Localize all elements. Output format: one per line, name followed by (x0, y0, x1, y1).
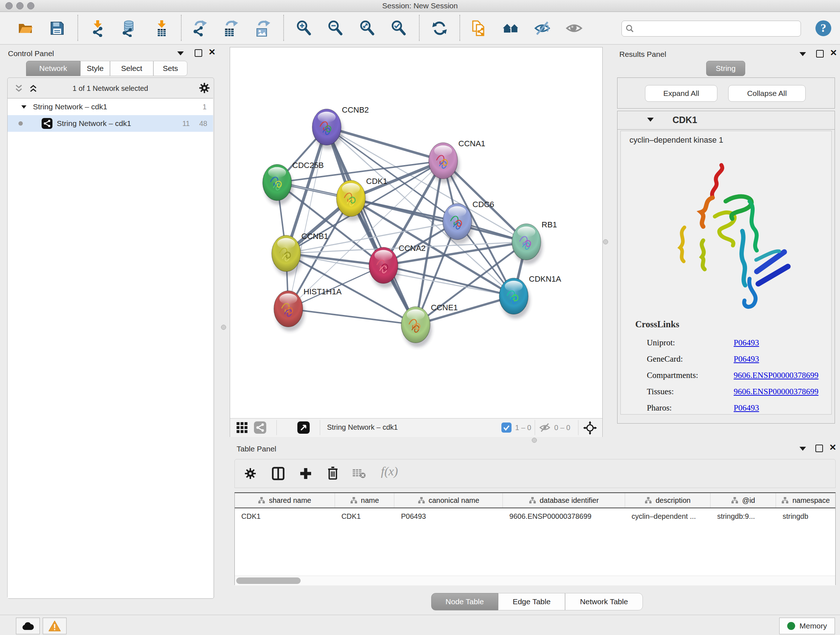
table-cell[interactable]: 9606.ENSP00000378699 (503, 508, 625, 524)
save-session-icon[interactable] (46, 17, 68, 39)
network-row[interactable]: String Network – cdk1 11 48 (8, 115, 213, 132)
new-network-from-selection-icon[interactable] (468, 17, 489, 39)
help-icon[interactable]: ? (813, 17, 834, 39)
table-cell[interactable]: stringdb (776, 508, 835, 524)
tab-edge-table[interactable]: Edge Table (498, 593, 565, 610)
delete-column-icon[interactable] (327, 466, 339, 480)
collapse-all-button[interactable]: Collapse All (728, 85, 806, 102)
export-image-icon[interactable] (252, 17, 273, 39)
delete-table-icon[interactable] (353, 468, 366, 479)
network-edge[interactable] (327, 127, 443, 161)
detach-view-icon[interactable] (297, 421, 309, 434)
splitter-handle[interactable] (532, 438, 537, 443)
import-network-database-icon[interactable] (118, 17, 140, 39)
network-edge[interactable] (416, 296, 514, 325)
import-table-file-icon[interactable] (151, 17, 172, 39)
network-node-CDC6[interactable] (443, 203, 472, 240)
column-header[interactable]: namespace (776, 493, 835, 508)
table-mode-gear-icon[interactable] (244, 467, 256, 480)
apply-layout-icon[interactable] (429, 17, 450, 39)
panel-menu-icon[interactable] (799, 447, 806, 451)
hide-selected-icon[interactable] (531, 17, 553, 39)
selected-checkbox-icon[interactable] (501, 423, 512, 432)
warning-status-button[interactable] (43, 618, 66, 634)
zoom-in-icon[interactable] (293, 17, 315, 39)
table-horizontal-scrollbar[interactable] (235, 576, 835, 585)
network-node-CCNA2[interactable] (369, 247, 398, 283)
float-panel-icon[interactable] (815, 445, 823, 452)
network-node-CCNA1[interactable] (429, 143, 458, 179)
entry-expander-icon[interactable] (647, 118, 654, 122)
crosslink-value-link[interactable]: 9606.ENSP00000378699 (734, 371, 819, 380)
column-header[interactable]: name (335, 493, 395, 508)
float-panel-icon[interactable] (816, 50, 824, 57)
float-panel-icon[interactable] (195, 49, 202, 57)
column-header[interactable]: @id (711, 493, 776, 508)
tab-node-table[interactable]: Node Table (431, 593, 498, 610)
crosslink-value-link[interactable]: P06493 (734, 403, 759, 413)
add-column-icon[interactable] (299, 467, 312, 480)
crosslink-value-link[interactable]: 9606.ENSP00000378699 (734, 387, 819, 396)
network-node-CCNB2[interactable] (312, 109, 341, 145)
network-node-CDK1[interactable] (336, 180, 365, 217)
memory-button[interactable]: Memory (779, 618, 835, 634)
zoom-fit-icon[interactable] (356, 17, 378, 39)
table-cell[interactable]: stringdb:9... (711, 508, 776, 524)
network-node-HIST1H1A[interactable] (274, 291, 303, 327)
network-view-mode-icon[interactable] (254, 421, 266, 434)
search-input[interactable] (637, 24, 797, 33)
crosslink-value-link[interactable]: P06493 (734, 355, 759, 364)
show-columns-icon[interactable] (272, 467, 285, 480)
table-cell[interactable]: cyclin–dependent ... (625, 508, 711, 524)
function-builder-icon[interactable]: f(x) (381, 464, 398, 478)
search-box[interactable] (622, 21, 801, 36)
show-all-icon[interactable] (563, 17, 585, 39)
birdseye-navigator-icon[interactable] (583, 421, 597, 435)
tab-string[interactable]: String (706, 61, 745, 76)
column-header[interactable]: description (625, 493, 711, 508)
grid-view-icon[interactable] (237, 422, 248, 433)
network-node-CDKN1A[interactable] (499, 278, 528, 314)
network-collection-row[interactable]: String Network – cdk1 1 (8, 98, 213, 115)
close-panel-icon[interactable]: ✕ (208, 49, 216, 56)
network-edge[interactable] (351, 198, 526, 242)
close-panel-icon[interactable]: ✕ (830, 49, 837, 57)
zoom-selected-icon[interactable] (388, 17, 409, 39)
expand-all-button[interactable]: Expand All (645, 85, 717, 102)
panel-menu-icon[interactable] (799, 52, 806, 56)
cloud-status-button[interactable] (16, 618, 40, 634)
scrollbar-thumb[interactable] (236, 578, 301, 584)
first-neighbors-icon[interactable] (500, 17, 522, 39)
network-node-CCNB1[interactable] (272, 235, 301, 272)
table-cell[interactable]: P06493 (394, 508, 503, 524)
network-edge[interactable] (288, 127, 327, 309)
network-edge[interactable] (288, 309, 416, 325)
network-node-CDC25B[interactable] (263, 165, 292, 201)
export-network-icon[interactable] (188, 17, 210, 39)
tab-network[interactable]: Network (26, 61, 80, 76)
export-table-icon[interactable] (219, 17, 241, 39)
open-session-icon[interactable] (14, 17, 36, 39)
network-node-CCNE1[interactable] (401, 307, 430, 343)
tree-expander-icon[interactable] (21, 105, 27, 109)
result-entry-header[interactable]: CDK1 (617, 111, 835, 130)
network-canvas[interactable]: CCNB2 CCNA1 CDC25B CDK1 (230, 48, 602, 418)
tab-sets[interactable]: Sets (153, 61, 187, 76)
panel-menu-icon[interactable] (177, 51, 184, 55)
crosslink-value-link[interactable]: P06493 (734, 338, 759, 348)
tab-select[interactable]: Select (110, 61, 153, 76)
column-header[interactable]: shared name (235, 493, 335, 508)
splitter-handle[interactable] (221, 325, 226, 330)
close-panel-icon[interactable]: ✕ (829, 444, 836, 451)
tab-style[interactable]: Style (80, 61, 110, 76)
splitter-handle[interactable] (603, 239, 608, 244)
column-header[interactable]: database identifier (503, 493, 625, 508)
zoom-out-icon[interactable] (325, 17, 346, 39)
column-header[interactable]: canonical name (394, 493, 503, 508)
tab-network-table[interactable]: Network Table (565, 593, 643, 610)
network-node-RB1[interactable] (512, 224, 541, 260)
table-cell[interactable]: CDK1 (335, 508, 395, 524)
import-network-file-icon[interactable] (87, 17, 109, 39)
network-options-gear-icon[interactable] (199, 82, 210, 94)
table-cell[interactable]: CDK1 (235, 508, 335, 524)
